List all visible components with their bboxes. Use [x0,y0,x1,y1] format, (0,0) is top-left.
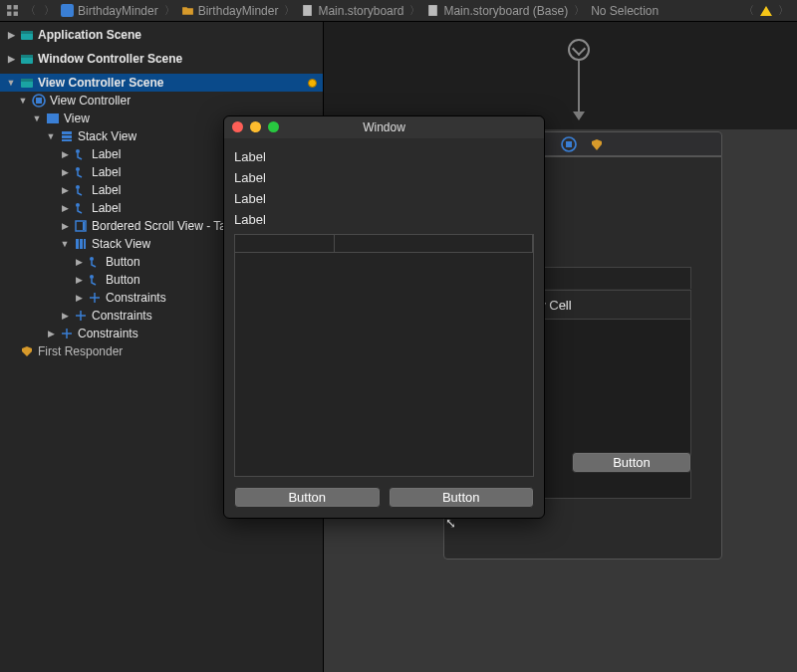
breadcrumb-bar: 〈 〉 BirthdayMinder 〉 BirthdayMinder 〉 Ma… [0,0,797,22]
preview-label: Label [234,146,534,167]
svg-rect-12 [21,79,33,82]
resize-cursor-icon: ⤡ [445,516,456,531]
hstack-view-icon [74,237,88,251]
breadcrumb-label: BirthdayMinder [198,4,279,18]
breadcrumb-item[interactable]: Main.storyboard [301,4,403,18]
svg-rect-8 [21,31,33,34]
disclosure-icon[interactable]: ▶ [60,221,70,231]
preview-button[interactable]: Button [389,487,535,508]
row-label: Application Scene [38,28,141,42]
warning-icon[interactable] [760,6,772,16]
interface-builder-canvas[interactable]: Table View Cell Button Window Label Labe… [324,22,797,672]
disclosure-icon[interactable]: ▶ [60,203,70,213]
svg-rect-18 [62,139,72,141]
view-controller-icon[interactable] [561,136,577,152]
svg-point-28 [90,257,94,261]
disclosure-icon[interactable]: ▼ [32,113,42,123]
disclosure-icon[interactable]: ▶ [60,167,70,177]
breadcrumb-item[interactable]: No Selection [591,4,659,18]
disclosure-icon[interactable]: ▶ [74,293,84,303]
svg-rect-24 [83,222,85,230]
svg-rect-0 [7,5,11,9]
svg-point-19 [76,149,80,153]
disclosure-icon[interactable]: ▼ [18,96,28,106]
svg-point-29 [90,275,94,279]
constraints-icon [88,291,102,305]
row-label: Button [106,255,140,269]
button-icon [88,255,102,269]
view-controller-icon [32,94,46,108]
row-label: View Controller Scene [38,76,164,90]
disclosure-icon[interactable]: ▶ [46,329,56,338]
first-responder-icon[interactable] [589,136,605,152]
breadcrumb-item[interactable]: Main.storyboard (Base) [426,4,568,18]
chevron-right-icon: 〉 [162,3,177,18]
disclosure-icon[interactable]: ▶ [74,257,84,267]
label-icon [74,147,88,161]
preview-label: Label [234,209,534,230]
nav-forward-small-icon[interactable]: 〉 [776,3,791,18]
disclosure-icon[interactable]: ▼ [46,131,56,141]
nav-forward-icon[interactable]: 〉 [42,3,57,18]
related-items-icon[interactable] [6,4,19,17]
disclosure-icon[interactable]: ▶ [60,311,70,321]
disclosure-icon[interactable]: ▼ [6,78,16,88]
view-icon [46,112,60,125]
nav-back-icon[interactable]: 〈 [23,3,38,18]
svg-rect-14 [36,98,42,104]
svg-rect-16 [62,131,72,134]
disclosure-icon[interactable]: ▶ [60,149,70,159]
svg-rect-10 [21,55,33,58]
nav-back-small-icon[interactable]: 〈 [741,3,756,18]
svg-rect-26 [80,239,83,249]
constraints-icon [74,309,88,323]
preview-button[interactable]: Button [234,487,381,508]
breadcrumb-item[interactable]: BirthdayMinder [181,4,279,18]
preview-table-view[interactable] [234,234,534,477]
row-label: Constraints [92,309,152,323]
zoom-icon[interactable] [268,121,279,132]
row-label: Stack View [92,237,150,251]
canvas-button[interactable]: Button [572,452,691,473]
scene-icon [20,52,34,66]
constraints-icon [60,327,74,340]
preview-window[interactable]: Window Label Label Label Label Button Bu… [223,115,545,519]
stack-view-icon [60,129,74,143]
app-icon [61,4,74,17]
row-label: Label [92,183,121,197]
scene-icon [20,28,34,42]
label-icon [74,183,88,197]
row-label: Constraints [78,327,138,340]
segue-icon[interactable] [568,39,590,61]
disclosure-icon[interactable]: ▶ [74,275,84,285]
scene-window-controller[interactable]: ▶ Window Controller Scene [0,50,323,68]
svg-rect-1 [14,5,18,9]
row-label: Label [92,147,121,161]
storyboard-file-icon [426,4,439,17]
svg-rect-2 [7,12,11,16]
chevron-right-icon: 〉 [407,3,422,18]
svg-point-22 [76,203,80,207]
preview-title-bar[interactable]: Window [224,116,544,138]
close-icon[interactable] [232,121,243,132]
chevron-right-icon: 〉 [282,3,297,18]
breadcrumb-label: Main.storyboard [318,4,403,18]
button-label: Button [613,455,651,470]
disclosure-icon[interactable]: ▶ [6,30,16,40]
minimize-icon[interactable] [250,121,261,132]
disclosure-icon[interactable]: ▶ [60,185,70,195]
scene-view-controller[interactable]: ▼ View Controller Scene [0,74,323,92]
preview-table-header[interactable] [235,235,533,253]
breadcrumb-label: Main.storyboard (Base) [443,4,568,18]
chevron-right-icon: 〉 [572,3,587,18]
row-label: Button [106,273,140,287]
scene-application[interactable]: ▶ Application Scene [0,26,323,44]
warning-badge-icon[interactable] [308,79,317,88]
disclosure-icon[interactable]: ▶ [6,54,16,64]
segue-arrow-icon [578,61,580,118]
button-label: Button [288,490,326,505]
folder-icon [181,4,194,17]
disclosure-icon[interactable]: ▼ [60,239,70,249]
breadcrumb-item[interactable]: BirthdayMinder [61,4,158,18]
outline-view-controller[interactable]: ▼ View Controller [0,92,323,110]
